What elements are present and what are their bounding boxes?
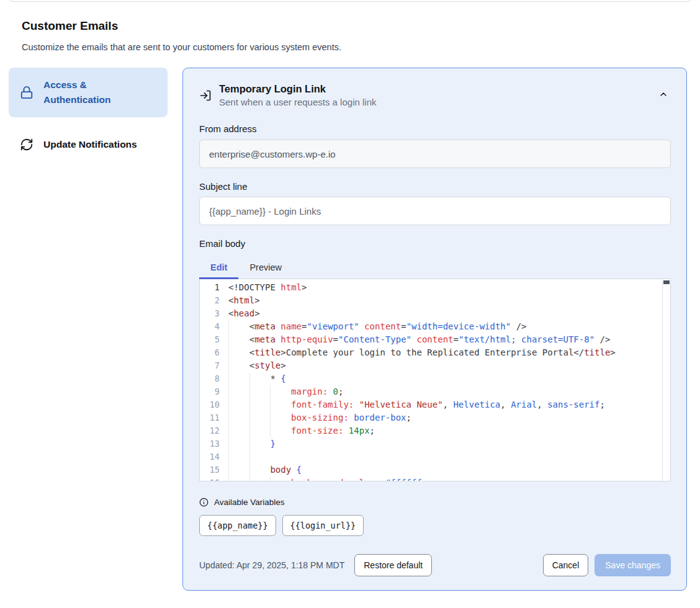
- sidebar-item-label: Update Notifications: [43, 137, 137, 152]
- code-line: 14: [200, 450, 670, 463]
- code-line-content: * {: [228, 372, 286, 385]
- line-number: 10: [200, 398, 228, 411]
- code-lines: 1<!DOCTYPE html>2<html>3<head>4<meta nam…: [200, 279, 670, 481]
- code-line: 15body {: [200, 463, 670, 476]
- line-number: 8: [200, 372, 228, 385]
- scrollbar-thumb[interactable]: [663, 280, 670, 284]
- code-editor[interactable]: 1<!DOCTYPE html>2<html>3<head>4<meta nam…: [199, 279, 671, 481]
- variable-chip[interactable]: {{login_url}}: [282, 515, 364, 536]
- sidebar-item-update-notifications[interactable]: Update Notifications: [9, 127, 168, 162]
- code-line-content: background-color: #ffffff;: [228, 476, 427, 481]
- subject-line-label: Subject line: [199, 181, 671, 192]
- editor-tabs: EditPreview: [199, 256, 671, 279]
- collapse-panel-button[interactable]: [656, 87, 671, 104]
- subject-line-input[interactable]: [199, 197, 671, 225]
- code-line-content: <style>: [228, 359, 286, 372]
- line-number: 14: [200, 450, 228, 463]
- sidebar-item-access-authentication[interactable]: Access & Authentication: [9, 68, 168, 117]
- code-line: 4<meta name="viewport" content="width=de…: [200, 320, 670, 333]
- code-line: 10font-family: "Helvetica Neue", Helveti…: [200, 398, 670, 411]
- code-line: 13}: [200, 437, 670, 450]
- code-line: 1<!DOCTYPE html>: [200, 281, 670, 294]
- editor-vertical-scrollbar[interactable]: [662, 279, 670, 481]
- code-line-content: <html>: [228, 294, 260, 307]
- line-number: 3: [200, 307, 228, 320]
- code-line-content: font-size: 14px;: [228, 424, 375, 437]
- sync-icon: [20, 138, 34, 151]
- code-line: 9margin: 0;: [200, 385, 670, 398]
- info-icon: [199, 498, 209, 507]
- line-number: 2: [200, 294, 228, 307]
- panel-subtitle: Sent when a user requests a login link: [219, 97, 376, 107]
- panel-header: Temporary Login Link Sent when a user re…: [199, 83, 671, 107]
- panel-header-text: Temporary Login Link Sent when a user re…: [219, 83, 376, 107]
- code-line: 12font-size: 14px;: [200, 424, 670, 437]
- panel-footer: Updated: Apr 29, 2025, 1:18 PM MDT Resto…: [199, 554, 671, 576]
- line-number: 11: [200, 411, 228, 424]
- code-line: 7<style>: [200, 359, 670, 372]
- content-area: Access & AuthenticationUpdate Notificati…: [0, 68, 700, 591]
- line-number: 15: [200, 463, 228, 476]
- code-line: 3<head>: [200, 307, 670, 320]
- updated-timestamp: Updated: Apr 29, 2025, 1:18 PM MDT: [199, 560, 344, 570]
- sidebar-item-label: Access & Authentication: [43, 78, 141, 107]
- code-line-content: <meta name="viewport" content="width=dev…: [228, 320, 527, 333]
- email-template-panel: Temporary Login Link Sent when a user re…: [182, 68, 687, 591]
- restore-default-button[interactable]: Restore default: [354, 554, 432, 576]
- from-address-input[interactable]: [199, 140, 671, 168]
- variable-chips: {{app_name}}{{login_url}}: [199, 515, 671, 536]
- code-line: 6<title>Complete your login to the Repli…: [200, 346, 670, 359]
- code-line-content: <meta http-equiv="Content-Type" content=…: [228, 333, 610, 346]
- cancel-button[interactable]: Cancel: [543, 554, 589, 576]
- line-number: 7: [200, 359, 228, 372]
- line-number: 6: [200, 346, 228, 359]
- line-number: 1: [200, 281, 228, 294]
- code-line: 5<meta http-equiv="Content-Type" content…: [200, 333, 670, 346]
- code-line-content: }: [228, 437, 276, 450]
- available-variables-section: Available Variables {{app_name}}{{login_…: [199, 498, 671, 536]
- code-line-content: <head>: [228, 307, 260, 320]
- variable-chip[interactable]: {{app_name}}: [199, 515, 276, 536]
- page-title: Customer Emails: [22, 19, 700, 33]
- lock-icon: [20, 86, 34, 99]
- code-line: 16background-color: #ffffff;: [200, 476, 670, 481]
- from-address-label: From address: [199, 123, 671, 134]
- tab-preview[interactable]: Preview: [238, 256, 293, 279]
- login-link-icon: [199, 89, 212, 102]
- email-body-label: Email body: [199, 238, 671, 249]
- previous-card-edge: [7, 0, 693, 2]
- code-line-content: font-family: "Helvetica Neue", Helvetica…: [228, 398, 605, 411]
- tab-edit[interactable]: Edit: [199, 256, 238, 279]
- code-line-content: [228, 450, 270, 463]
- code-line: 11box-sizing: border-box;: [200, 411, 670, 424]
- line-number: 5: [200, 333, 228, 346]
- code-line: 8* {: [200, 372, 670, 385]
- available-variables-label: Available Variables: [214, 498, 285, 507]
- line-number: 12: [200, 424, 228, 437]
- panel-title: Temporary Login Link: [219, 83, 376, 95]
- save-changes-button[interactable]: Save changes: [595, 554, 671, 576]
- line-number: 13: [200, 437, 228, 450]
- line-number: 9: [200, 385, 228, 398]
- code-line-content: body {: [228, 463, 302, 476]
- code-line-content: margin: 0;: [228, 385, 343, 398]
- code-line-content: box-sizing: border-box;: [228, 411, 411, 424]
- sidebar: Access & AuthenticationUpdate Notificati…: [9, 68, 168, 162]
- code-line: 2<html>: [200, 294, 670, 307]
- line-number: 16: [200, 476, 228, 481]
- chevron-up-icon: [658, 89, 668, 101]
- line-number: 4: [200, 320, 228, 333]
- code-line-content: <title>Complete your login to the Replic…: [228, 346, 616, 359]
- code-line-content: <!DOCTYPE html>: [228, 281, 307, 294]
- page-subtitle: Customize the emails that are sent to yo…: [22, 42, 700, 52]
